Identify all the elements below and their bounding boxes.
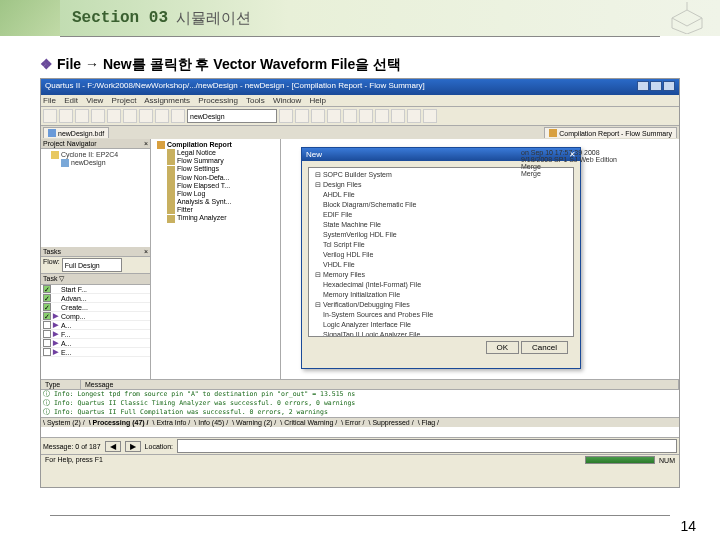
file-type-item[interactable]: In-System Sources and Probes File bbox=[311, 310, 571, 320]
col-type[interactable]: Type bbox=[41, 380, 81, 389]
file-type-item[interactable]: Verilog HDL File bbox=[311, 250, 571, 260]
window-controls[interactable] bbox=[636, 81, 675, 93]
file-type-item[interactable]: VHDL File bbox=[311, 260, 571, 270]
file-type-item[interactable]: Block Diagram/Schematic File bbox=[311, 200, 571, 210]
file-type-item[interactable]: Memory Initialization File bbox=[311, 290, 571, 300]
menubar[interactable]: File Edit View Project Assignments Proce… bbox=[41, 95, 679, 107]
tool-icon-3[interactable] bbox=[311, 109, 325, 123]
entity-node[interactable]: newDesign bbox=[71, 159, 106, 166]
menu-file[interactable]: File bbox=[43, 96, 56, 105]
file-type-item[interactable]: Hexadecimal (Intel-Format) File bbox=[311, 280, 571, 290]
tab-report[interactable]: Compilation Report - Flow Summary bbox=[544, 127, 677, 138]
file-type-item[interactable]: EDIF File bbox=[311, 210, 571, 220]
compile-icon[interactable] bbox=[327, 109, 341, 123]
file-type-item[interactable]: SystemVerilog HDL File bbox=[311, 230, 571, 240]
report-item[interactable]: Flow Elapsed T... bbox=[153, 182, 278, 190]
project-combo[interactable]: newDesign bbox=[187, 109, 277, 123]
report-item[interactable]: Analysis & Synt... bbox=[153, 198, 278, 206]
flow-combo[interactable]: Full Design bbox=[62, 258, 122, 272]
ok-button[interactable]: OK bbox=[486, 341, 520, 354]
prev-msg-button[interactable]: ◀ bbox=[105, 441, 121, 452]
expand-icon[interactable]: ▶ bbox=[53, 348, 61, 356]
print-icon[interactable] bbox=[91, 109, 105, 123]
report-item[interactable]: Flow Non-Defa... bbox=[153, 174, 278, 182]
new-icon[interactable] bbox=[43, 109, 57, 123]
menu-processing[interactable]: Processing bbox=[198, 96, 238, 105]
message-tab[interactable]: \ Extra Info / bbox=[153, 419, 191, 426]
undo-icon[interactable] bbox=[155, 109, 169, 123]
message-tab[interactable]: \ Suppressed / bbox=[369, 419, 414, 426]
messages-rows[interactable]: ⓘ Info: Longest tpd from source pin "A" … bbox=[41, 390, 679, 417]
tool-icon-5[interactable] bbox=[375, 109, 389, 123]
location-field[interactable] bbox=[177, 439, 677, 453]
message-row[interactable]: ⓘ Info: Quartus II Full Compilation was … bbox=[41, 408, 679, 417]
file-type-item[interactable]: SignalTap II Logic Analyzer File bbox=[311, 330, 571, 337]
tool-icon-6[interactable] bbox=[391, 109, 405, 123]
cancel-button[interactable]: Cancel bbox=[521, 341, 568, 354]
menu-assignments[interactable]: Assignments bbox=[144, 96, 190, 105]
report-item[interactable]: Timing Analyzer bbox=[153, 214, 278, 222]
report-tree-pane[interactable]: Compilation Report Legal NoticeFlow Summ… bbox=[151, 139, 281, 379]
file-type-item[interactable]: State Machine File bbox=[311, 220, 571, 230]
project-nav-tree[interactable]: Cyclone II: EP2C4 newDesign bbox=[41, 149, 150, 247]
open-icon[interactable] bbox=[59, 109, 73, 123]
menu-window[interactable]: Window bbox=[273, 96, 301, 105]
message-tab[interactable]: \ Critical Warning / bbox=[280, 419, 337, 426]
maximize-icon[interactable] bbox=[650, 81, 662, 91]
task-row[interactable]: ✓Advan... bbox=[41, 294, 150, 303]
report-root[interactable]: Compilation Report bbox=[167, 141, 232, 148]
device-node[interactable]: Cyclone II: EP2C4 bbox=[61, 151, 118, 158]
file-category[interactable]: ⊟ Verification/Debugging Files bbox=[311, 300, 571, 310]
expand-icon[interactable]: ▶ bbox=[53, 339, 61, 347]
tool-icon-4[interactable] bbox=[359, 109, 373, 123]
tool-icon-1[interactable] bbox=[279, 109, 293, 123]
tasks-col-header[interactable]: Task ▽ bbox=[41, 273, 150, 285]
redo-icon[interactable] bbox=[171, 109, 185, 123]
task-row[interactable]: ▶A... bbox=[41, 339, 150, 348]
close-pane-icon[interactable]: × bbox=[144, 140, 148, 147]
tab-bdf[interactable]: newDesign.bdf bbox=[43, 127, 109, 138]
expand-icon[interactable]: ▶ bbox=[53, 312, 61, 320]
message-tab[interactable]: \ Processing (47) / bbox=[89, 419, 149, 426]
cut-icon[interactable] bbox=[107, 109, 121, 123]
task-row[interactable]: ▶F... bbox=[41, 330, 150, 339]
message-row[interactable]: ⓘ Info: Quartus II Classic Timing Analyz… bbox=[41, 399, 679, 408]
message-tab[interactable]: \ System (2) / bbox=[43, 419, 85, 426]
file-type-list[interactable]: ⊟ SOPC Builder System⊟ Design FilesAHDL … bbox=[308, 167, 574, 337]
file-type-item[interactable]: AHDL File bbox=[311, 190, 571, 200]
task-row[interactable]: ✓Create... bbox=[41, 303, 150, 312]
app-titlebar[interactable]: Quartus II - F:/Work2008/NewWorkshop/...… bbox=[41, 79, 679, 95]
file-category[interactable]: ⊟ Memory Files bbox=[311, 270, 571, 280]
task-row[interactable]: ✓Start F... bbox=[41, 285, 150, 294]
report-item[interactable]: Flow Settings bbox=[153, 165, 278, 173]
tasks-list[interactable]: ✓Start F...✓Advan...✓Create...✓▶Comp...▶… bbox=[41, 285, 150, 379]
menu-view[interactable]: View bbox=[86, 96, 103, 105]
report-item[interactable]: Flow Log bbox=[153, 190, 278, 198]
message-tab[interactable]: \ Flag / bbox=[418, 419, 439, 426]
minimize-icon[interactable] bbox=[637, 81, 649, 91]
expand-icon[interactable]: ▶ bbox=[53, 330, 61, 338]
close-icon[interactable] bbox=[663, 81, 675, 91]
file-type-item[interactable]: Tcl Script File bbox=[311, 240, 571, 250]
menu-project[interactable]: Project bbox=[112, 96, 137, 105]
tool-icon-7[interactable] bbox=[407, 109, 421, 123]
task-row[interactable]: ▶E... bbox=[41, 348, 150, 357]
report-item[interactable]: Fitter bbox=[153, 206, 278, 214]
copy-icon[interactable] bbox=[123, 109, 137, 123]
stop-icon[interactable] bbox=[343, 109, 357, 123]
tool-icon-2[interactable] bbox=[295, 109, 309, 123]
task-row[interactable]: ✓▶Comp... bbox=[41, 312, 150, 321]
message-tabs[interactable]: \ System (2) /\ Processing (47) /\ Extra… bbox=[41, 417, 679, 427]
menu-help[interactable]: Help bbox=[310, 96, 326, 105]
task-row[interactable]: ▶A... bbox=[41, 321, 150, 330]
expand-icon[interactable]: ▶ bbox=[53, 321, 61, 329]
close-tasks-icon[interactable]: × bbox=[144, 248, 148, 255]
message-tab[interactable]: \ Info (45) / bbox=[194, 419, 228, 426]
col-message[interactable]: Message bbox=[81, 380, 679, 389]
report-item[interactable]: Flow Summary bbox=[153, 157, 278, 165]
message-row[interactable]: ⓘ Info: Longest tpd from source pin "A" … bbox=[41, 390, 679, 399]
paste-icon[interactable] bbox=[139, 109, 153, 123]
menu-edit[interactable]: Edit bbox=[64, 96, 78, 105]
next-msg-button[interactable]: ▶ bbox=[125, 441, 141, 452]
report-item[interactable]: Legal Notice bbox=[153, 149, 278, 157]
